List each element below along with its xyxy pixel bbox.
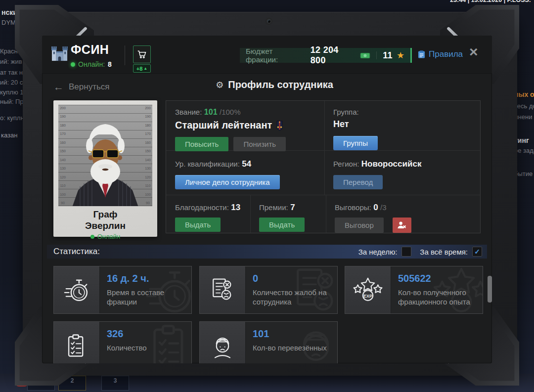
stat-label: Кол-во перевезённых bbox=[253, 344, 330, 353]
stat-value: 0 bbox=[253, 273, 330, 284]
stopwatch-icon bbox=[61, 275, 92, 305]
complaints-icon bbox=[208, 275, 237, 305]
qualification-label: Ур. квалификации: bbox=[175, 160, 240, 168]
tablet-camera bbox=[266, 18, 272, 25]
chat-line: ных о bbox=[514, 90, 534, 98]
stat-value: 326 bbox=[107, 328, 184, 340]
rank-name: Старший лейтенант bbox=[175, 120, 272, 131]
close-icon[interactable]: × bbox=[469, 44, 478, 59]
online-status-text: Онлайн bbox=[97, 233, 121, 240]
stat-label: Кол-во полученного фракционного опыта bbox=[398, 288, 476, 307]
gratitude-label: Благодарности: bbox=[175, 203, 229, 212]
bonus-section: Премии: 7 Выдать bbox=[259, 203, 305, 232]
header-divider bbox=[125, 45, 125, 65]
group-section: Группа: Нет Группы bbox=[333, 108, 378, 150]
fire-employee-button[interactable] bbox=[393, 218, 411, 233]
rank-label: Звание: bbox=[175, 108, 202, 116]
stat-value: 101 bbox=[253, 328, 330, 340]
online-label: Онлайн: bbox=[78, 60, 105, 68]
stat-value: 505622 bbox=[398, 273, 476, 284]
qualification-value: 54 bbox=[242, 159, 251, 169]
panel-divider bbox=[250, 195, 251, 233]
chat-line: тесь до bbox=[514, 102, 534, 110]
rules-button[interactable]: Правила bbox=[418, 49, 463, 59]
alltime-filter-label: За всё время: bbox=[420, 248, 468, 256]
budget-value: 12 204 800 bbox=[311, 45, 356, 66]
panel-divider bbox=[324, 101, 325, 195]
employee-portrait bbox=[63, 118, 147, 206]
budget-label: Бюджет фракции: bbox=[246, 47, 307, 64]
online-dot-icon bbox=[71, 62, 75, 67]
employee-info-panel: Звание: 101 /100% Старший лейтенант Повы… bbox=[166, 100, 481, 233]
rank-insignia-icon bbox=[276, 120, 283, 131]
shop-cart-button[interactable] bbox=[133, 45, 151, 63]
gratitude-section: Благодарности: 13 Выдать bbox=[175, 203, 240, 232]
bonus-label: Премии: bbox=[259, 203, 288, 212]
demote-button[interactable]: Понизить bbox=[233, 137, 286, 151]
mugshot-photo: 20019018017016015014013012011010090 2001… bbox=[58, 105, 152, 206]
transfer-button[interactable]: Перевод bbox=[333, 175, 383, 189]
rules-clipboard-icon bbox=[418, 50, 425, 59]
group-label: Группа: bbox=[333, 108, 359, 116]
hotbar-slot-3[interactable]: 3 bbox=[101, 376, 129, 391]
ruler-mark: 200 bbox=[59, 106, 67, 110]
stat-card-complaints: 0 Количество жалоб на сотрудника bbox=[199, 266, 338, 314]
scrollbar-thumb[interactable] bbox=[488, 276, 492, 303]
bonus-value: 7 bbox=[290, 203, 295, 212]
back-label: Вернуться bbox=[69, 82, 110, 92]
stat-card-count: 326 Количество bbox=[53, 321, 192, 363]
points-value: 11 bbox=[383, 50, 393, 61]
faction-castle-icon bbox=[51, 45, 68, 64]
chat-line: ный: Пр bbox=[0, 98, 24, 105]
game-screen: 23:44 | 13.02.2020 | P.LOSS: нский DYMAU… bbox=[0, 0, 534, 392]
back-arrow-icon: ← bbox=[53, 81, 64, 93]
stat-value: 16 д. 2 ч. bbox=[107, 273, 184, 284]
give-bonus-button[interactable]: Выдать bbox=[259, 218, 305, 232]
online-dot-icon bbox=[90, 235, 94, 239]
promote-button[interactable]: Повысить bbox=[175, 137, 228, 151]
group-value: Нет bbox=[333, 119, 349, 130]
stat-label: Количество жалоб на сотрудника bbox=[253, 288, 330, 307]
personal-file-button[interactable]: Личное дело сотрудника bbox=[175, 175, 280, 189]
reprimand-label: Выговоры: bbox=[335, 203, 371, 212]
back-button[interactable]: ← Вернуться bbox=[53, 81, 110, 93]
qualification-section: Ур. квалификации: 54 Личное дело сотрудн… bbox=[175, 159, 280, 189]
region-value: Новороссийск bbox=[361, 159, 422, 169]
reprimand-max: /3 bbox=[380, 203, 387, 212]
employee-online-status: Онлайн bbox=[53, 233, 157, 240]
statistics-bar: Статистика: За неделю: За всё время: ✓ bbox=[47, 245, 487, 259]
chat-line: казан bbox=[1, 131, 17, 139]
give-gratitude-button[interactable]: Выдать bbox=[175, 218, 221, 232]
person-x-icon bbox=[397, 221, 406, 229]
alltime-checkbox[interactable]: ✓ bbox=[472, 247, 482, 257]
star-icon: ★ bbox=[397, 51, 404, 60]
rank-value: 101 bbox=[204, 108, 218, 116]
reprimand-section: Выговоры: 0 /3 Выговор bbox=[335, 203, 411, 233]
cart-badge-count: +8 bbox=[136, 66, 143, 72]
reprimand-button[interactable]: Выговор bbox=[335, 218, 384, 233]
statistics-title: Статистика: bbox=[47, 247, 100, 257]
groups-button[interactable]: Группы bbox=[333, 136, 378, 150]
rules-label: Правила bbox=[429, 49, 463, 59]
week-checkbox[interactable] bbox=[401, 247, 411, 257]
exp-stars-icon bbox=[353, 275, 383, 305]
chat-line: о: куплн bbox=[0, 114, 24, 122]
hud-clock: 23:44 | 13.02.2020 | P.LOSS: bbox=[450, 0, 531, 3]
cart-badge[interactable]: +8 ▲ bbox=[133, 64, 151, 73]
faction-budget-bar: Бюджет фракции: 12 204 800 11 ★ bbox=[240, 48, 412, 63]
panel-divider bbox=[166, 195, 480, 195]
stat-label: Время в составе фракции bbox=[107, 288, 184, 307]
stat-card-time-in-faction: 16 д. 2 ч. Время в составе фракции bbox=[53, 266, 192, 314]
budget-separator bbox=[376, 51, 377, 59]
chat-line: ое зада bbox=[514, 147, 534, 154]
gratitude-value: 13 bbox=[231, 203, 240, 212]
prisoner-icon bbox=[208, 331, 237, 360]
clipboard-check-icon bbox=[62, 331, 91, 360]
page-title-text: Профиль сотрудника bbox=[228, 79, 333, 90]
hotbar-slot-number: 3 bbox=[114, 377, 117, 384]
employee-photo-card: 20019018017016015014013012011010090 2001… bbox=[53, 100, 157, 237]
app-screen: ФСИН Онлайн: 8 +8 ▲ Бюджет фракции: 12 2… bbox=[42, 36, 492, 363]
money-icon bbox=[360, 52, 370, 59]
stat-card-faction-exp: 505622 Кол-во полученного фракционного о… bbox=[345, 266, 483, 314]
region-section: Регион: Новороссийск Перевод bbox=[333, 159, 421, 189]
